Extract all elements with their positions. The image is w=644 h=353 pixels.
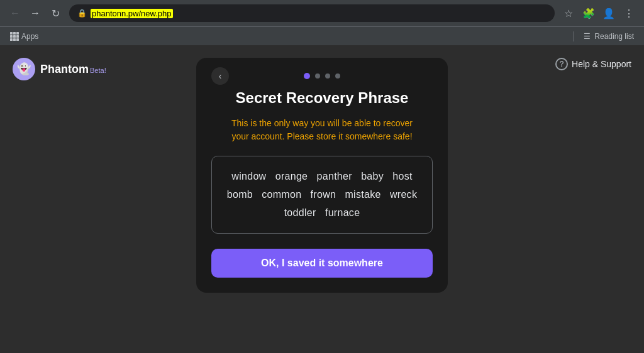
phrase-box: window orange panther baby host bomb com… [211,156,433,234]
bookmarks-bar: Apps ☰ Reading list [0,26,644,45]
browser-toolbar: ← → ↻ 🔒 phantonn.pw/new.php ☆ 🧩 👤 ⋮ [0,0,644,26]
help-support-label: Help & Support [572,59,631,69]
page-content: 👻 PhantomBeta! ? Help & Support ‹ Secret… [0,45,644,353]
url-highlighted: phantonn.pw/new.php [91,9,173,18]
card-warning: This is the only way you will be able to… [231,117,413,143]
back-chevron-icon: ‹ [219,71,222,81]
extensions-button[interactable]: 🧩 [580,4,597,22]
back-button[interactable]: ← [6,4,24,22]
browser-chrome: ← → ↻ 🔒 phantonn.pw/new.php ☆ 🧩 👤 ⋮ Apps [0,0,644,45]
phantom-logo: 👻 PhantomBeta! [13,58,106,80]
lock-icon: 🔒 [77,9,87,18]
card-title: Secret Recovery Phrase [236,89,409,107]
profile-button[interactable]: 👤 [600,4,618,22]
dot-1 [304,73,310,79]
reading-list-divider [573,31,574,41]
ok-saved-button[interactable]: OK, I saved it somewhere [211,249,433,278]
star-button[interactable]: ☆ [560,4,577,22]
dot-3 [325,73,330,79]
phrase-text: window orange panther baby host bomb com… [225,168,419,222]
dot-4 [335,73,340,79]
dot-2 [315,73,320,79]
apps-grid-icon [10,32,19,41]
address-bar[interactable]: 🔒 phantonn.pw/new.php [69,4,555,22]
main-card: ‹ Secret Recovery Phrase This is the onl… [196,58,448,293]
phantom-name: PhantomBeta! [40,63,106,76]
phantom-icon: 👻 [13,58,35,80]
nav-buttons: ← → ↻ [6,4,64,22]
apps-link[interactable]: Apps [6,30,42,43]
reload-button[interactable]: ↻ [47,4,64,22]
menu-button[interactable]: ⋮ [620,4,638,22]
toolbar-icons: ☆ 🧩 👤 ⋮ [560,4,638,22]
dots-nav [304,73,340,79]
back-nav-button[interactable]: ‹ [211,67,229,85]
help-support-button[interactable]: ? Help & Support [555,58,631,70]
reading-list-icon: ☰ [584,32,591,41]
forward-button[interactable]: → [26,4,44,22]
help-icon: ? [555,58,568,70]
apps-label: Apps [21,32,38,41]
reading-list-label: Reading list [594,32,634,41]
reading-list-button[interactable]: ☰ Reading list [580,30,638,43]
card-header: ‹ [211,73,433,79]
